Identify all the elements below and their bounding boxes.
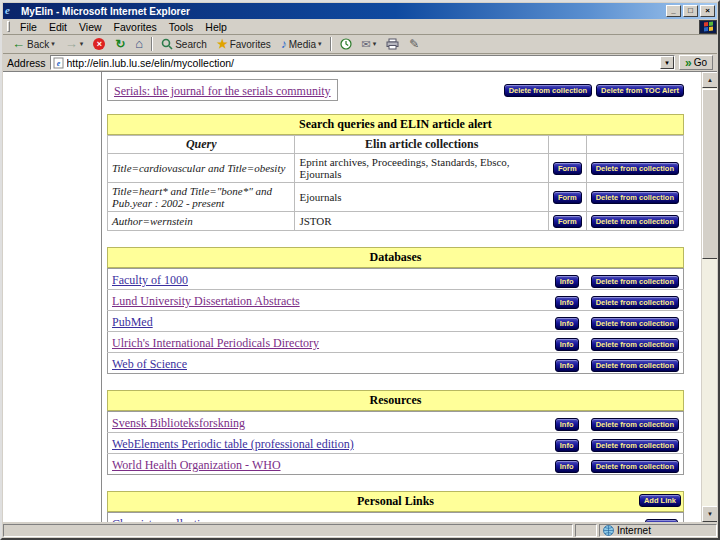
titlebar: e MyElin - Microsoft Internet Explorer _…	[3, 3, 717, 19]
minimize-button[interactable]: _	[666, 5, 681, 17]
form-button[interactable]: Form	[553, 162, 582, 175]
delete-from-collection-button[interactable]: Delete from collection	[591, 162, 679, 175]
databases-section-header: Databases	[107, 247, 684, 268]
stop-button[interactable]: ×	[88, 36, 110, 53]
databases-table: Faculty of 1000 Info Delete from collect…	[107, 268, 684, 374]
address-input[interactable]: e http://elin.lub.lu.se/elin/mycollectio…	[50, 55, 675, 70]
search-button[interactable]: Search	[156, 36, 212, 53]
page-icon: e	[53, 57, 64, 69]
delete-from-collection-button[interactable]: Delete from collection	[591, 460, 679, 473]
go-button[interactable]: » Go	[679, 55, 713, 70]
delete-from-collection-button[interactable]: Delete from collection	[591, 359, 679, 372]
maximize-button[interactable]: □	[683, 5, 698, 17]
personal-links-title: Personal Links	[357, 494, 434, 508]
internet-globe-icon	[603, 525, 614, 536]
serials-link[interactable]: Serials: the journal for the serials com…	[114, 84, 331, 98]
edit-button[interactable]: ✎	[404, 36, 424, 53]
menu-view[interactable]: View	[73, 21, 108, 33]
query-text: Author=wernstein	[108, 212, 295, 231]
menu-favorites[interactable]: Favorites	[108, 21, 163, 33]
collections-text: Ejournals	[295, 183, 548, 212]
delete-from-collection-button[interactable]: Delete from collection	[591, 191, 679, 204]
forward-dropdown-icon[interactable]: ▾	[80, 40, 84, 48]
resource-link[interactable]: World Health Organization - WHO	[112, 458, 281, 472]
media-dropdown-icon[interactable]: ▾	[318, 40, 322, 48]
resource-row: WebElements Periodic table (professional…	[108, 433, 684, 454]
address-bar: Address e http://elin.lub.lu.se/elin/myc…	[3, 54, 717, 72]
toolbar-separator	[330, 37, 332, 51]
forward-icon: →	[65, 38, 78, 50]
delete-from-collection-button[interactable]: Delete from collection	[591, 418, 679, 431]
delete-button[interactable]: Delete	[645, 519, 678, 522]
query-column-header: Query	[108, 136, 295, 154]
info-button[interactable]: Info	[555, 359, 579, 372]
database-link[interactable]: Web of Science	[112, 357, 187, 371]
delete-from-collection-button[interactable]: Delete from collection	[591, 296, 679, 309]
delete-from-collection-button[interactable]: Delete from collection	[591, 275, 679, 288]
form-button[interactable]: Form	[553, 215, 582, 228]
back-button[interactable]: ← Back ▾	[7, 36, 60, 53]
personal-link[interactable]: Chemistry collection	[112, 517, 212, 522]
info-button[interactable]: Info	[555, 317, 579, 330]
delete-from-toc-alert-button[interactable]: Delete from TOC Alert	[596, 84, 684, 97]
menu-help[interactable]: Help	[199, 21, 233, 33]
add-link-button[interactable]: Add Link	[639, 494, 681, 507]
status-spacer-panel	[575, 524, 597, 537]
history-button[interactable]	[335, 36, 357, 53]
search-section-header: Search queries and ELIN article alert	[107, 114, 684, 135]
scrollbar-thumb[interactable]	[702, 89, 717, 259]
delete-from-collection-button[interactable]: Delete from collection	[591, 439, 679, 452]
scroll-up-button[interactable]: ▲	[702, 72, 717, 88]
delete-from-collection-button[interactable]: Delete from collection	[504, 84, 592, 97]
delete-from-collection-button[interactable]: Delete from collection	[591, 317, 679, 330]
resource-row: World Health Organization - WHO Info Del…	[108, 454, 684, 475]
database-link[interactable]: Lund University Dissertation Abstracts	[112, 294, 300, 308]
home-button[interactable]: ⌂	[130, 36, 148, 53]
collections-text: JSTOR	[295, 212, 548, 231]
mail-dropdown-icon[interactable]: ▾	[373, 40, 377, 48]
refresh-button[interactable]: ↻	[110, 36, 130, 53]
info-button[interactable]: Info	[555, 418, 579, 431]
database-link[interactable]: PubMed	[112, 315, 153, 329]
delete-from-collection-button[interactable]: Delete from collection	[591, 338, 679, 351]
database-link[interactable]: Faculty of 1000	[112, 273, 188, 287]
personal-links-section-header: Personal Links Add Link	[107, 491, 684, 512]
database-row: Faculty of 1000 Info Delete from collect…	[108, 269, 684, 290]
address-label: Address	[7, 57, 46, 69]
form-button[interactable]: Form	[553, 191, 582, 204]
menu-tools[interactable]: Tools	[163, 21, 200, 33]
mail-button[interactable]: ✉ ▾	[357, 36, 382, 53]
menu-edit[interactable]: Edit	[43, 21, 73, 33]
resource-row: Svensk Biblioteksforskning Info Delete f…	[108, 412, 684, 433]
address-url-text: http://elin.lub.lu.se/elin/mycollection/	[67, 57, 660, 69]
ie-app-icon: e	[5, 5, 18, 17]
favorites-button[interactable]: ★ Favorites	[212, 36, 276, 53]
favorites-icon: ★	[217, 38, 228, 50]
info-button[interactable]: Info	[555, 439, 579, 452]
status-bar: Internet	[3, 522, 717, 537]
media-icon: ♪	[281, 38, 287, 50]
info-button[interactable]: Info	[555, 338, 579, 351]
menu-file[interactable]: File	[14, 21, 43, 33]
scroll-down-button[interactable]: ▼	[702, 506, 717, 522]
favorites-label: Favorites	[230, 39, 271, 50]
resource-link[interactable]: Svensk Biblioteksforskning	[112, 416, 245, 430]
database-row: Ulrich's International Periodicals Direc…	[108, 332, 684, 353]
vertical-scrollbar[interactable]: ▲ ▼	[701, 72, 717, 522]
info-button[interactable]: Info	[555, 460, 579, 473]
print-button[interactable]	[381, 36, 404, 53]
resources-table: Svensk Biblioteksforskning Info Delete f…	[107, 411, 684, 475]
empty-header-cell	[548, 136, 586, 154]
info-button[interactable]: Info	[555, 296, 579, 309]
close-button[interactable]: ×	[700, 5, 715, 17]
forward-button[interactable]: → ▾	[60, 36, 89, 53]
back-dropdown-icon[interactable]: ▾	[51, 40, 55, 48]
media-button[interactable]: ♪ Media ▾	[276, 36, 327, 53]
database-link[interactable]: Ulrich's International Periodicals Direc…	[112, 336, 319, 350]
menu-grip-handle[interactable]	[7, 21, 10, 32]
address-dropdown-button[interactable]: ▾	[660, 56, 674, 69]
info-button[interactable]: Info	[555, 275, 579, 288]
go-label: Go	[694, 57, 707, 68]
delete-from-collection-button[interactable]: Delete from collection	[591, 215, 679, 228]
resource-link[interactable]: WebElements Periodic table (professional…	[112, 437, 354, 451]
